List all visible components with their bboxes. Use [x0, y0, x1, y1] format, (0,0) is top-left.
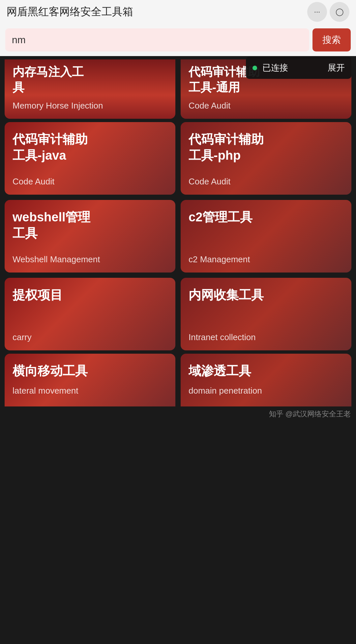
card-c2-title-en: c2 Management: [189, 254, 343, 265]
card-webshell-title-cn: webshell管理工具: [13, 209, 167, 242]
card-intranet-title-cn: 内网收集工具: [189, 287, 343, 303]
main-grid: 代码审计辅助工具-java Code Audit 代码审计辅助工具-php Co…: [0, 119, 356, 354]
card-domain-penetration-title-en: domain penetration: [189, 386, 343, 396]
expand-button[interactable]: 展开: [328, 62, 345, 74]
card-c2[interactable]: c2管理工具 c2 Management: [181, 200, 351, 273]
card-privilege-title-cn: 提权项目: [13, 287, 167, 303]
card-code-audit-php[interactable]: 代码审计辅助工具-php Code Audit: [181, 122, 351, 195]
search-button[interactable]: 搜索: [312, 28, 351, 51]
card-privilege[interactable]: 提权项目 carry: [5, 278, 175, 350]
card-lateral-movement-title-cn: 横向移动工具: [13, 363, 167, 379]
card-intranet[interactable]: 内网收集工具 Intranet collection: [181, 278, 351, 350]
card-privilege-title-en: carry: [13, 332, 167, 342]
header-icons: ··· ◯: [307, 2, 349, 22]
search-input[interactable]: [5, 28, 309, 51]
search-bar: 搜索: [0, 24, 356, 56]
connection-dot: [252, 66, 257, 70]
card-lateral-movement-title-en: lateral movement: [13, 386, 167, 396]
card-domain-penetration[interactable]: 域渗透工具 domain penetration: [181, 354, 351, 406]
more-icon: ···: [314, 8, 320, 16]
card-webshell-title-en: Webshell Management: [13, 254, 167, 265]
more-button[interactable]: ···: [307, 2, 327, 22]
card-code-audit-java-title-en: Code Audit: [13, 177, 167, 187]
card-webshell[interactable]: webshell管理工具 Webshell Management: [5, 200, 175, 273]
connection-status: 已连接: [262, 62, 322, 74]
footer-watermark: 知乎 @武汉网络安全王老: [0, 406, 356, 422]
card-code-audit-general-title-en: Code Audit: [189, 101, 343, 111]
card-memory-horse-title-cn: 内存马注入工具: [13, 64, 167, 95]
card-intranet-title-en: Intranet collection: [189, 332, 343, 342]
connection-popup: 已连接 展开: [246, 57, 351, 79]
watermark-text: 知乎 @武汉网络安全王老: [269, 410, 351, 418]
card-code-audit-java[interactable]: 代码审计辅助工具-java Code Audit: [5, 122, 175, 195]
card-memory-horse-title-en: Memory Horse Injection: [13, 101, 167, 111]
card-code-audit-php-title-en: Code Audit: [189, 177, 343, 187]
bottom-partial-row: 横向移动工具 lateral movement 域渗透工具 domain pen…: [0, 354, 356, 406]
record-icon: ◯: [336, 8, 344, 16]
header: 网盾黑红客网络安全工具箱 ··· ◯: [0, 0, 356, 24]
card-domain-penetration-title-cn: 域渗透工具: [189, 363, 343, 379]
card-c2-title-cn: c2管理工具: [189, 209, 343, 225]
card-memory-horse[interactable]: 内存马注入工具 Memory Horse Injection: [5, 59, 175, 119]
app-title: 网盾黑红客网络安全工具箱: [7, 5, 133, 19]
card-code-audit-php-title-cn: 代码审计辅助工具-php: [189, 131, 343, 164]
card-code-audit-java-title-cn: 代码审计辅助工具-java: [13, 131, 167, 164]
record-button[interactable]: ◯: [330, 2, 349, 22]
card-lateral-movement[interactable]: 横向移动工具 lateral movement: [5, 354, 175, 406]
